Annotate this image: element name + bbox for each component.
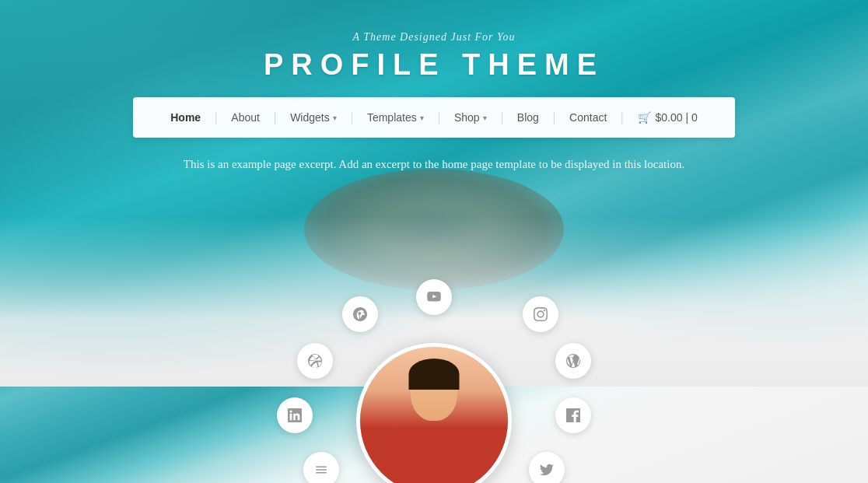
nav-item-widgets[interactable]: Widgets ▾: [276, 97, 351, 138]
youtube-icon: [427, 290, 441, 304]
social-instagram[interactable]: [523, 296, 558, 332]
social-youtube[interactable]: [416, 279, 452, 315]
social-linkedin[interactable]: [277, 397, 313, 433]
social-dribbble[interactable]: [297, 343, 333, 379]
linkedin-icon: [288, 408, 302, 422]
vine-icon: [353, 307, 367, 321]
nav-item-blog[interactable]: Blog: [503, 97, 553, 138]
avatar-inner: [360, 347, 508, 483]
twitter-icon: [540, 463, 554, 477]
excerpt-text: This is an example page excerpt. Add an …: [184, 155, 684, 175]
hero-title: PROFILE THEME: [264, 48, 604, 82]
nav-item-about[interactable]: About: [217, 97, 274, 138]
instagram-icon: [534, 307, 548, 321]
cart-amount: $0.00 | 0: [656, 111, 698, 124]
social-vine[interactable]: [342, 296, 378, 332]
templates-chevron-icon: ▾: [420, 114, 424, 122]
wordpress-icon: [566, 354, 580, 368]
facebook-icon: [566, 408, 580, 422]
avatar: [356, 343, 512, 483]
widgets-chevron-icon: ▾: [333, 114, 337, 122]
social-facebook[interactable]: [555, 397, 591, 433]
nav-item-templates[interactable]: Templates ▾: [353, 97, 438, 138]
navigation-bar: Home | About | Widgets ▾ | Templates ▾ |…: [133, 97, 735, 138]
shop-chevron-icon: ▾: [483, 114, 487, 122]
nav-item-home[interactable]: Home: [156, 97, 215, 138]
cart-icon: 🛒: [638, 111, 651, 124]
dribbble-icon: [308, 354, 322, 368]
hero-subtitle: A Theme Designed Just For You: [352, 31, 515, 44]
social-wordpress[interactable]: [555, 343, 591, 379]
stack-icon: [314, 463, 328, 477]
social-orbit: [271, 273, 597, 483]
nav-cart[interactable]: 🛒 $0.00 | 0: [624, 97, 712, 138]
hero-content: A Theme Designed Just For You PROFILE TH…: [0, 0, 868, 175]
nav-item-contact[interactable]: Contact: [555, 97, 621, 138]
social-twitter[interactable]: [529, 452, 565, 483]
avatar-hair: [409, 359, 460, 390]
social-stack[interactable]: [303, 452, 339, 483]
hero-section: A Theme Designed Just For You PROFILE TH…: [0, 0, 868, 483]
nav-item-shop[interactable]: Shop ▾: [440, 97, 501, 138]
